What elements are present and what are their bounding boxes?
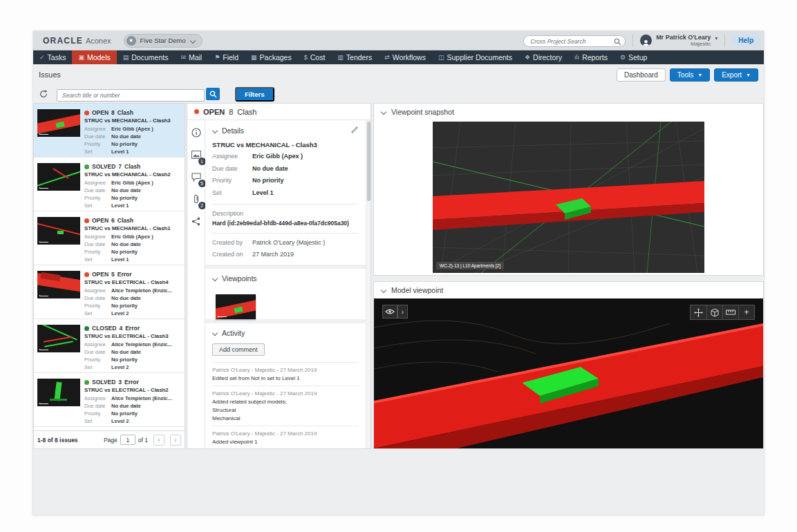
scale-bar <box>39 187 48 189</box>
model-viewpoint-canvas[interactable]: › + <box>374 298 763 448</box>
issue-card-list: OPEN 8 Clash STRUC vs MECHANICAL - Clash… <box>34 104 185 430</box>
field-label: Assignee <box>84 288 111 294</box>
page-input[interactable] <box>120 435 135 445</box>
nav-item-models[interactable]: ▣ Models <box>72 50 116 64</box>
issue-card[interactable]: OPEN 8 Clash STRUC vs MECHANICAL - Clash… <box>34 104 185 158</box>
next-page-button[interactable]: › <box>170 435 181 446</box>
info-icon[interactable] <box>191 127 202 138</box>
activity-line: Added viewpoint 1 <box>212 439 359 445</box>
chevron-down-icon[interactable] <box>212 128 218 133</box>
status-dot <box>84 272 89 277</box>
top-bar: ORACLE Aconex ★ Five Star Demo Mr Patric… <box>33 31 764 50</box>
measure-icon[interactable] <box>722 305 738 319</box>
field-label: Due date <box>84 188 111 193</box>
nav-item-field[interactable]: ⚑ Field <box>208 50 245 64</box>
user-menu[interactable]: Mr Patrick O'Leary Majestic ▾ <box>640 34 718 48</box>
field-label: Assignee <box>84 126 111 132</box>
nav-item-supplier-documents[interactable]: ◫ Supplier Documents <box>432 50 518 64</box>
field-label: Due date <box>84 350 111 355</box>
field-label: Set <box>84 203 111 209</box>
viewpoint-image-icon[interactable]: 1 <box>191 149 202 160</box>
nav-item-documents[interactable]: ▤ Documents <box>117 50 175 64</box>
activity-section-title: Activity <box>222 329 245 337</box>
help-button[interactable]: Help <box>732 35 760 46</box>
field-label: Priority <box>84 142 111 147</box>
activity-line: Added related subject models; <box>212 399 359 405</box>
field-value: Eric Gibb (Apex ) <box>111 234 153 240</box>
model-viewpoint-header[interactable]: Model viewpoint <box>374 282 763 298</box>
status-dot <box>84 164 89 169</box>
activity-text: Edited set from Not in set to Level 1 <box>212 375 359 381</box>
tools-button[interactable]: Tools▼ <box>670 68 710 82</box>
chevron-down-icon[interactable] <box>212 276 218 281</box>
project-selector[interactable]: ★ Five Star Demo <box>124 34 203 48</box>
issue-card[interactable]: CLOSED 4 Error STRUC vs ELECTRICAL - Cla… <box>34 319 185 373</box>
issue-card[interactable]: SOLVED 7 Clash STRUC vs MECHANICAL - Cla… <box>34 158 185 211</box>
issue-search <box>57 88 220 100</box>
zoom-plus-icon[interactable]: + <box>738 305 754 319</box>
nav-item-tasks[interactable]: ✓ Tasks <box>33 50 72 64</box>
issue-search-button[interactable] <box>206 88 220 100</box>
issue-type: Clash <box>118 217 133 224</box>
nav-label: Tasks <box>48 53 66 61</box>
visibility-eye-icon[interactable] <box>382 305 397 319</box>
nav-item-mail[interactable]: ✉ Mail <box>174 50 208 64</box>
expand-tools-chevron-icon[interactable]: › <box>397 305 408 319</box>
related-items-icon[interactable] <box>191 216 202 227</box>
refresh-icon[interactable] <box>39 89 48 99</box>
issue-card[interactable]: OPEN 6 Clash STRUC vs MECHANICAL - Clash… <box>34 211 185 265</box>
export-button[interactable]: Export▼ <box>714 68 758 82</box>
nav-label: Supplier Documents <box>447 53 512 61</box>
issue-title: STRUC vs ELECTRICAL - Clash3 <box>84 333 184 339</box>
cross-project-search-input[interactable] <box>523 35 626 47</box>
nav-item-directory[interactable]: ❖ Directory <box>518 50 568 64</box>
field-label: Priority <box>84 303 111 309</box>
list-pagination: 1-8 of 8 issues Page of 1 ‹ › <box>34 430 185 448</box>
nav-item-reports[interactable]: ılı Reports <box>568 50 614 64</box>
nav-item-workflows[interactable]: ⇄ Workflows <box>378 50 432 64</box>
divider <box>724 35 725 47</box>
activity-entry: Patrick O'Leary - Majestic - 27 March 20… <box>212 386 359 426</box>
tasks-icon: ✓ <box>39 54 45 61</box>
prev-page-button[interactable]: ‹ <box>153 435 165 446</box>
pan-move-icon[interactable] <box>691 305 706 319</box>
issue-status-line: OPEN 5 Error <box>84 271 132 278</box>
dashboard-button[interactable]: Dashboard <box>617 68 666 82</box>
export-label: Export <box>722 71 742 79</box>
issue-title: STRUC vs ELECTRICAL - Clash4 <box>84 279 184 285</box>
issue-status: CLOSED <box>92 325 116 332</box>
nav-item-setup[interactable]: ⚙ Setup <box>614 50 654 64</box>
activity-text: Added viewpoint 1 <box>212 439 359 445</box>
chevron-down-icon[interactable] <box>212 330 218 336</box>
user-avatar <box>640 35 652 46</box>
nav-label: Workflows <box>393 53 426 61</box>
field-label: Set <box>84 311 111 316</box>
add-comment-button[interactable]: Add comment <box>212 343 265 356</box>
issue-thumbnail <box>37 217 80 245</box>
field-value: No due date <box>111 134 141 140</box>
issue-type: Clash <box>124 163 140 170</box>
attachments-icon[interactable]: 2 <box>191 193 202 205</box>
field-label: Due date <box>84 242 111 247</box>
main-nav: ✓ Tasks ▣ Models ▤ Documents ✉ Mail ⚑ Fi… <box>33 50 764 64</box>
user-org: Majestic <box>691 41 711 47</box>
nav-label: Field <box>223 53 238 61</box>
nav-item-packages[interactable]: ▦ Packages <box>245 50 298 64</box>
nav-item-cost[interactable]: $ Cost <box>298 50 332 64</box>
comments-icon[interactable]: 5 <box>191 171 202 182</box>
issue-card[interactable]: SOLVED 3 Error STRUC vs ELECTRICAL - Cla… <box>34 373 185 427</box>
viewpoint-snapshot-header[interactable]: Viewpoint snapshot <box>374 104 763 120</box>
edit-pencil-icon[interactable] <box>351 126 359 135</box>
filters-button[interactable]: Filters <box>235 87 274 102</box>
detail-scrollbar[interactable] <box>366 120 371 448</box>
issue-card[interactable]: OPEN 5 Error STRUC vs ELECTRICAL - Clash… <box>34 265 185 319</box>
viewpoint-thumbnail[interactable] <box>216 294 256 319</box>
issue-search-input[interactable] <box>57 89 205 102</box>
packages-icon: ▦ <box>251 54 257 61</box>
cube-view-icon[interactable] <box>706 305 722 319</box>
divider <box>212 233 359 234</box>
field-value: Level 1 <box>252 189 274 198</box>
nav-item-tenders[interactable]: ▥ Tenders <box>331 50 378 64</box>
description-label: Description <box>212 210 359 217</box>
cross-project-search[interactable] <box>523 34 626 48</box>
